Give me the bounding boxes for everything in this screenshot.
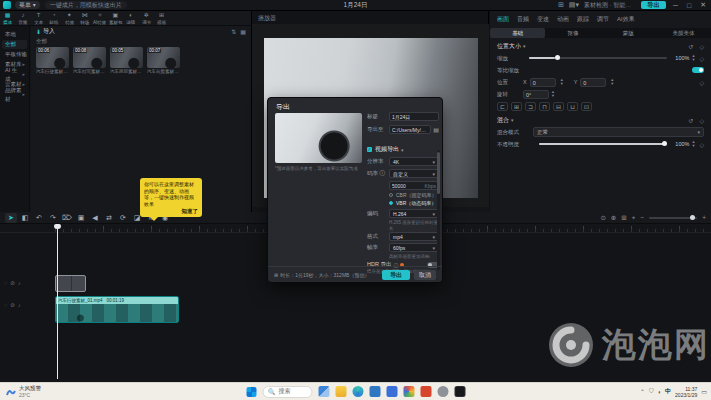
codec-dropdown[interactable]: H.264▾ [389, 209, 439, 218]
bitrate-dropdown[interactable]: 自定义▾ [389, 169, 439, 178]
zoom-in-icon[interactable]: + [702, 214, 706, 221]
stepper[interactable]: ▲▼ [551, 90, 555, 98]
network-icon[interactable]: ⛉ [649, 388, 654, 395]
subtab-cutout[interactable]: 抠像 [545, 28, 600, 38]
edge-icon[interactable] [352, 386, 363, 397]
tab-text[interactable]: T文本 [31, 12, 46, 25]
align-right-icon[interactable]: ⊐ [525, 102, 536, 111]
tab-media[interactable]: ▦媒体 [0, 12, 15, 25]
tab-audio-props[interactable]: 音频 [517, 15, 529, 24]
overlay-clip[interactable] [55, 275, 86, 292]
align-center-h-icon[interactable]: ⊞ [511, 102, 522, 111]
tab-audio[interactable]: ♪音频 [15, 12, 30, 25]
rail-item-device[interactable]: 平板传输 [2, 50, 27, 59]
redo-icon[interactable]: ↷ [47, 213, 59, 223]
rail-item-local[interactable]: 本地 [2, 30, 27, 39]
section-blend[interactable]: 混合▾ ↺◇ [490, 114, 711, 126]
tab-template[interactable]: ⊞模板 [154, 12, 169, 25]
track-lock-icon[interactable]: ⊘ [10, 302, 15, 308]
uniform-scale-toggle[interactable] [692, 67, 704, 73]
tab-ai-effects[interactable]: ✧AI特效 [92, 12, 107, 25]
reverse-icon[interactable]: ◀ [89, 213, 101, 223]
rotate-icon[interactable]: ⟳ [117, 213, 129, 223]
tab-transition[interactable]: ⋈转场 [77, 12, 92, 25]
file-explorer-icon[interactable] [335, 386, 346, 397]
align-fill-icon[interactable]: ⊡ [581, 102, 592, 111]
media-item[interactable]: 00:05 汽车尾部素材_03.mp4 [110, 47, 143, 75]
taskbar-search[interactable]: 🔍搜索 [262, 386, 312, 398]
chevron-down-icon[interactable]: ▾ [401, 147, 404, 153]
tab-animation[interactable]: 动画 [557, 15, 569, 24]
folder-icon[interactable]: ▤ [433, 126, 439, 133]
stepper[interactable]: ▲▼ [560, 78, 564, 86]
tab-filter[interactable]: ◐滤镜 [123, 12, 138, 25]
subtab-beauty[interactable]: 美颜美体 [656, 28, 711, 38]
panel-toggle-icon[interactable]: ▤▾ [569, 1, 579, 9]
section-position-size[interactable]: 位置大小▾ ↺◇ [490, 40, 711, 52]
keyframe-icon[interactable]: ◇ [699, 55, 704, 62]
subtab-mask[interactable]: 蒙版 [601, 28, 656, 38]
video-export-checkbox[interactable]: ✓ [367, 147, 372, 152]
grid-view-icon[interactable]: ▦ [240, 28, 246, 35]
align-left-icon[interactable]: ⊏ [497, 102, 508, 111]
main-video-clip[interactable]: 汽车行驶素材_01.mp4 00:01:19 [55, 296, 179, 323]
align-bottom-icon[interactable]: ⊔ [567, 102, 578, 111]
tab-speed[interactable]: 变速 [537, 15, 549, 24]
stepper[interactable]: ▲▼ [610, 78, 614, 86]
settings-icon[interactable] [437, 386, 448, 397]
jianying-app-icon[interactable] [454, 386, 465, 397]
photos-icon[interactable] [403, 386, 414, 397]
zoom-out-icon[interactable]: − [640, 214, 644, 221]
fps-dropdown[interactable]: 60fps▾ [389, 243, 439, 252]
position-x-input[interactable]: 0 [530, 78, 556, 87]
media-item[interactable]: 00:08 汽车特写素材_02.mp4 [73, 47, 106, 75]
stepper[interactable]: ▲▼ [691, 54, 695, 62]
blend-mode-dropdown[interactable]: 正常▾ [533, 127, 704, 137]
track-mute-icon[interactable]: ♪ [18, 302, 21, 308]
track-hide-icon[interactable]: ◌ [4, 302, 7, 308]
taskbar-clock[interactable]: 11:37 2023/1/29 [675, 386, 697, 398]
cancel-button[interactable]: 取消 [414, 270, 436, 280]
link-icon[interactable]: ⊕ [611, 214, 616, 222]
tab-ai[interactable]: AI效果 [617, 15, 635, 24]
preview-axis-icon[interactable]: ⊞ [621, 214, 626, 222]
vbr-radio[interactable] [389, 201, 393, 205]
align-center-v-icon[interactable]: ⊟ [553, 102, 564, 111]
keyframe-icon[interactable]: ◇ [699, 79, 704, 86]
cbr-radio[interactable] [389, 193, 393, 197]
weather-widget[interactable]: 大风预警23°C [0, 385, 41, 398]
align-top-icon[interactable]: ⊓ [539, 102, 550, 111]
tab-effects[interactable]: ✦特效 [62, 12, 77, 25]
bitrate-value-input[interactable]: 50000Kbps [389, 181, 439, 190]
tray-expand-icon[interactable]: ⌃ [640, 388, 645, 395]
export-confirm-button[interactable]: 导出 [382, 270, 410, 280]
tab-sticker[interactable]: ◔贴纸 [46, 12, 61, 25]
mark-inout-icon[interactable]: ⌖ [632, 214, 636, 222]
tab-adjust[interactable]: ✲调节 [139, 12, 154, 25]
blade-icon[interactable]: ◧ [19, 213, 31, 223]
menu-button[interactable]: 菜单 ▾ [15, 1, 40, 9]
sort-icon[interactable]: ⇅ [231, 28, 236, 35]
rail-item-brand[interactable]: 品牌素材▸ [2, 90, 27, 99]
timeline-zoom-slider[interactable] [649, 217, 697, 219]
rail-item-all[interactable]: 全部 [2, 40, 27, 49]
import-button[interactable]: ⬇导入 [36, 27, 55, 36]
ime-indicator[interactable]: 中 [665, 387, 671, 396]
store-icon[interactable] [369, 386, 380, 397]
position-y-input[interactable]: 0 [580, 78, 606, 87]
media-item[interactable]: 00:07 汽车前脸素材_04.mp4 [147, 47, 180, 75]
delete-icon[interactable]: ⌦ [61, 213, 73, 223]
tab-tracking[interactable]: 跟踪 [577, 15, 589, 24]
export-button-top[interactable]: 导出 [641, 1, 666, 9]
tab-picture[interactable]: 画面 [497, 15, 509, 24]
magnet-icon[interactable]: ⊙ [600, 214, 605, 222]
reset-icon[interactable]: ↺ [688, 117, 693, 124]
volume-icon[interactable]: ◖ [657, 389, 661, 395]
office-icon[interactable] [420, 386, 431, 397]
start-button[interactable] [246, 387, 256, 397]
media-item[interactable]: 00:06 汽车行驶素材_01.mp4 [36, 47, 69, 75]
keyframe-icon[interactable]: ◇ [699, 43, 704, 50]
tab-asset-pack[interactable]: ▣素材包 [108, 12, 123, 25]
undo-icon[interactable]: ↶ [33, 213, 45, 223]
rotate-input[interactable]: 0° [523, 90, 549, 99]
